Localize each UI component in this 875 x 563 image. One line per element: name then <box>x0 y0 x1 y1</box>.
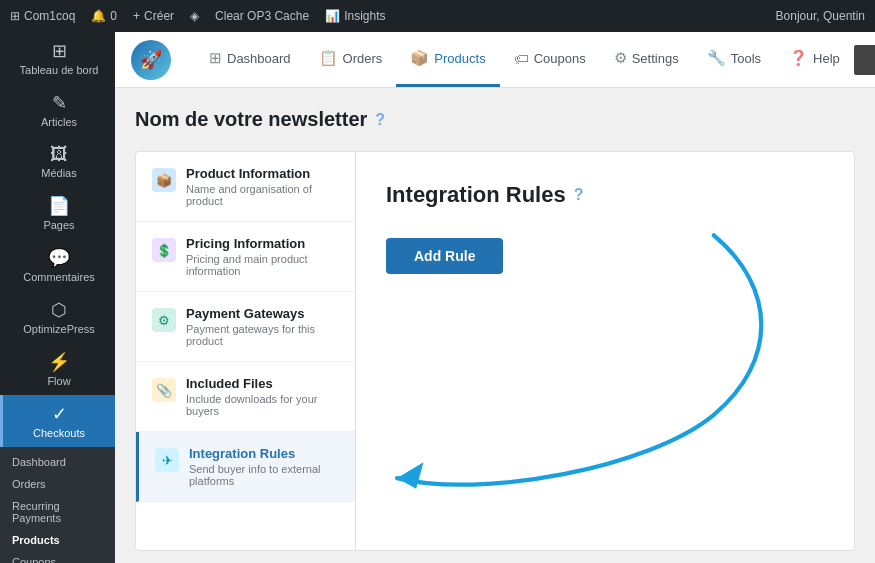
op3-icon: ◈ <box>190 9 199 23</box>
add-rule-button[interactable]: Add Rule <box>386 238 503 274</box>
insights-button[interactable]: 📊 Insights <box>325 9 385 23</box>
products-nav-icon: 📦 <box>410 49 429 67</box>
step-integration[interactable]: ✈ Integration Rules Send buyer info to e… <box>136 432 355 502</box>
logo-icon: 🚀 <box>131 40 171 80</box>
dashboard-icon: ⊞ <box>52 40 67 62</box>
step-content-product: Product Information Name and organisatio… <box>186 166 339 207</box>
media-icon: 🖼 <box>50 144 68 165</box>
sidebar-item-checkouts[interactable]: ✓ Checkouts <box>0 395 115 447</box>
chart-icon: 📊 <box>325 9 340 23</box>
checkouts-submenu: Dashboard Orders Recurring Payments Prod… <box>0 447 115 563</box>
rules-panel: Integration Rules ? Add Rule <box>356 152 854 550</box>
plus-icon: + <box>133 9 140 23</box>
step-content-payment: Payment Gateways Payment gateways for th… <box>186 306 339 347</box>
steps-panel: 📦 Product Information Name and organisat… <box>136 152 356 550</box>
wp-sidebar: ⊞ Tableau de bord ✎ Articles 🖼 Médias 📄 … <box>0 32 115 563</box>
nav-dashboard[interactable]: ⊞ Dashboard <box>195 32 305 87</box>
user-greeting[interactable]: Bonjour, Quentin <box>776 9 865 23</box>
create-button[interactable]: + Créer <box>133 9 174 23</box>
site-name[interactable]: ⊞ Com1coq <box>10 9 75 23</box>
page-header: Nom de votre newsletter ? <box>135 108 855 131</box>
nav-products[interactable]: 📦 Products <box>396 32 499 87</box>
admin-bar: ⊞ Com1coq 🔔 0 + Créer ◈ Clear OP3 Cache … <box>0 0 875 32</box>
main-content: Nom de votre newsletter ? 📦 Product Info… <box>115 88 875 563</box>
step-pricing[interactable]: 💲 Pricing Information Pricing and main p… <box>136 222 355 292</box>
bell-icon: 🔔 <box>91 9 106 23</box>
notifications[interactable]: 🔔 0 <box>91 9 117 23</box>
rules-title: Integration Rules ? <box>386 182 824 208</box>
step-icon-pricing: 💲 <box>152 238 176 262</box>
user-avatar-area <box>854 45 875 75</box>
sub-dashboard[interactable]: Dashboard <box>0 451 115 473</box>
nav-orders[interactable]: 📋 Orders <box>305 32 397 87</box>
settings-nav-icon: ⚙ <box>614 49 627 67</box>
nav-coupons[interactable]: 🏷 Coupons <box>500 32 600 87</box>
step-content-files: Included Files Include downloads for you… <box>186 376 339 417</box>
step-icon-product: 📦 <box>152 168 176 192</box>
step-content-integration: Integration Rules Send buyer info to ext… <box>189 446 339 487</box>
optimizepress-icon: ⬡ <box>51 299 67 321</box>
wp-icon: ⊞ <box>10 9 20 23</box>
nav-settings[interactable]: ⚙ Settings <box>600 32 693 87</box>
sub-coupons[interactable]: Coupons <box>0 551 115 563</box>
sidebar-item-commentaires[interactable]: 💬 Commentaires <box>0 239 115 291</box>
page-help-icon[interactable]: ? <box>375 111 385 129</box>
nav-tools[interactable]: 🔧 Tools <box>693 32 775 87</box>
sidebar-item-pages[interactable]: 📄 Pages <box>0 187 115 239</box>
step-content-pricing: Pricing Information Pricing and main pro… <box>186 236 339 277</box>
plugin-nav: ⊞ Dashboard 📋 Orders 📦 Products 🏷 Coupon… <box>195 32 854 87</box>
step-files[interactable]: 📎 Included Files Include downloads for y… <box>136 362 355 432</box>
nav-help[interactable]: ❓ Help <box>775 32 854 87</box>
product-layout: 📦 Product Information Name and organisat… <box>135 151 855 551</box>
flow-icon: ⚡ <box>48 351 70 373</box>
sidebar-item-dashboard[interactable]: ⊞ Tableau de bord <box>0 32 115 84</box>
sidebar-item-flow[interactable]: ⚡ Flow <box>0 343 115 395</box>
help-nav-icon: ❓ <box>789 49 808 67</box>
sub-products[interactable]: Products <box>0 529 115 551</box>
sidebar-item-medias[interactable]: 🖼 Médias <box>0 136 115 187</box>
sidebar-item-articles[interactable]: ✎ Articles <box>0 84 115 136</box>
pages-icon: 📄 <box>48 195 70 217</box>
plugin-header: 🚀 ⊞ Dashboard 📋 Orders 📦 Products 🏷 Coup… <box>115 32 875 88</box>
user-avatar[interactable] <box>854 45 875 75</box>
checkouts-icon: ✓ <box>52 403 67 425</box>
page-title: Nom de votre newsletter <box>135 108 367 131</box>
dashboard-nav-icon: ⊞ <box>209 49 222 67</box>
clear-cache-button[interactable]: Clear OP3 Cache <box>215 9 309 23</box>
svg-marker-0 <box>397 462 423 488</box>
step-icon-files: 📎 <box>152 378 176 402</box>
sub-recurring[interactable]: Recurring Payments <box>0 495 115 529</box>
orders-nav-icon: 📋 <box>319 49 338 67</box>
step-payment[interactable]: ⚙ Payment Gateways Payment gateways for … <box>136 292 355 362</box>
sidebar-item-optimizepress[interactable]: ⬡ OptimizePress <box>0 291 115 343</box>
step-icon-payment: ⚙ <box>152 308 176 332</box>
comments-icon: 💬 <box>48 247 70 269</box>
plugin-logo: 🚀 <box>131 40 171 80</box>
step-icon-integration: ✈ <box>155 448 179 472</box>
tools-nav-icon: 🔧 <box>707 49 726 67</box>
articles-icon: ✎ <box>52 92 67 114</box>
step-product-info[interactable]: 📦 Product Information Name and organisat… <box>136 152 355 222</box>
sub-orders[interactable]: Orders <box>0 473 115 495</box>
rules-help-icon[interactable]: ? <box>574 186 584 204</box>
coupons-nav-icon: 🏷 <box>514 50 529 67</box>
